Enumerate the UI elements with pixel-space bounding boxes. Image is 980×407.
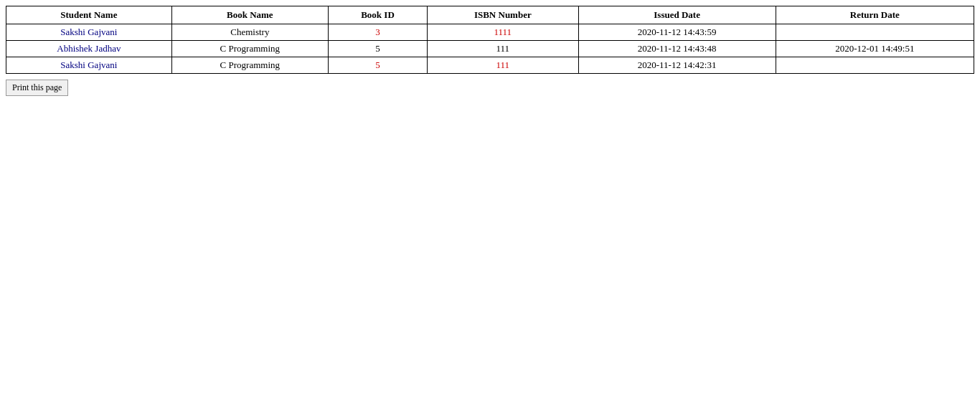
cell-book-name: C Programming	[171, 57, 328, 74]
col-header-isbn-number: ISBN Number	[428, 6, 578, 24]
cell-book-id: 3	[328, 24, 427, 41]
cell-student-name: Sakshi Gajvani	[6, 24, 172, 41]
cell-isbn-number: 1111	[428, 24, 578, 41]
cell-return-date: 2020-12-01 14:49:51	[776, 41, 974, 57]
cell-book-id: 5	[328, 41, 427, 57]
cell-issued-date: 2020-11-12 14:43:48	[578, 41, 776, 57]
cell-issued-date: 2020-11-12 14:42:31	[578, 57, 776, 74]
cell-book-id: 5	[328, 57, 427, 74]
cell-book-name: C Programming	[171, 41, 328, 57]
cell-return-date	[776, 57, 974, 74]
col-header-issued-date: Issued Date	[578, 6, 776, 24]
table-row: Abhishek JadhavC Programming51112020-11-…	[6, 41, 974, 57]
col-header-return-date: Return Date	[776, 6, 974, 24]
col-header-book-name: Book Name	[171, 6, 328, 24]
cell-student-name: Abhishek Jadhav	[6, 41, 172, 57]
table-header-row: Student Name Book Name Book ID ISBN Numb…	[6, 6, 974, 24]
cell-student-name: Sakshi Gajvani	[6, 57, 172, 74]
library-table: Student Name Book Name Book ID ISBN Numb…	[6, 6, 974, 74]
col-header-book-id: Book ID	[328, 6, 427, 24]
table-row: Sakshi GajvaniChemistry311112020-11-12 1…	[6, 24, 974, 41]
table-row: Sakshi GajvaniC Programming51112020-11-1…	[6, 57, 974, 74]
print-button[interactable]: Print this page	[6, 80, 68, 96]
cell-isbn-number: 111	[428, 41, 578, 57]
col-header-student-name: Student Name	[6, 6, 172, 24]
cell-issued-date: 2020-11-12 14:43:59	[578, 24, 776, 41]
cell-book-name: Chemistry	[171, 24, 328, 41]
cell-return-date	[776, 24, 974, 41]
cell-isbn-number: 111	[428, 57, 578, 74]
